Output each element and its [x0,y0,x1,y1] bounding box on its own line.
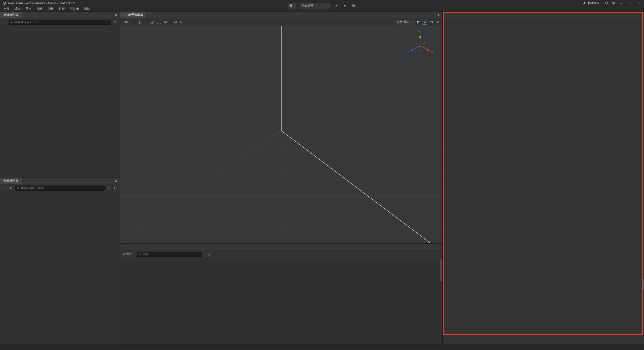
scene-icon [124,13,127,16]
chevron-down-icon: ▾ [327,5,328,7]
hierarchy-search-field[interactable] [14,20,109,24]
menu-item-4[interactable]: 面板 [45,6,56,11]
current-scene-label: 当前场景 [301,4,313,8]
console-search-input[interactable] [137,252,202,257]
transform-gizmo-icon[interactable] [163,20,168,25]
main-area: 层级管理器 ≡ ＋▾ 资源管理器 [0,12,644,344]
filter-icon[interactable] [113,20,118,25]
filter-icon[interactable] [106,186,111,191]
viewport-canvas: Y X Z [120,26,442,243]
clear-console-button[interactable]: 清空 [122,252,132,257]
assets-tree [0,192,120,344]
scale-tool-icon[interactable] [150,20,155,25]
menu-item-5[interactable]: 扩展 [56,6,67,11]
statusbar [0,344,644,350]
menu-item-1[interactable]: 编辑 [12,6,23,11]
play-button[interactable] [333,3,340,9]
hierarchy-tab-label: 层级管理器 [3,13,18,17]
refresh-icon[interactable] [113,186,118,191]
rect-tool-icon[interactable] [156,20,162,25]
tab-scene-editor[interactable]: 场景编辑器 [120,12,147,18]
clear-icon [122,253,125,256]
light-toggle-icon[interactable] [422,20,427,25]
hierarchy-tree [0,26,120,177]
preview-target-button[interactable]: ▾ [287,3,297,9]
export-log-icon[interactable] [207,252,212,257]
menu-item-3[interactable]: 项目 [34,6,45,11]
app-logo-icon [3,2,6,5]
chevron-down-icon: ▾ [411,21,412,23]
maximize-button[interactable]: □ [626,0,635,6]
grid-toggle-icon[interactable] [416,20,421,25]
sort-icon[interactable] [9,186,14,191]
playback-toolbar: ▾ 当前场景 ▾ [287,3,356,9]
clear-console-label: 清空 [126,252,132,256]
view-mode-label: 正常浏览 [397,20,409,24]
package-icon[interactable] [603,0,610,6]
chevron-down-icon: ▾ [6,21,7,23]
gizmo-x-label: X [431,50,433,54]
cocos-creator-window: main.scene - oops-game-kit - Cocos Creat… [0,0,644,350]
scene-settings-gear-icon[interactable] [435,20,440,25]
menu-item-6[interactable]: 开发者 [67,6,82,11]
close-button[interactable]: ✕ [635,0,644,6]
panel-menu-icon[interactable]: ≡ [112,12,120,18]
inspector-panel [443,12,644,344]
add-node-button[interactable]: ＋▾ [2,20,7,25]
camera-icon[interactable] [429,20,434,25]
panel-menu-icon[interactable]: ≡ [435,12,442,18]
console-log-list [120,258,442,344]
step-button[interactable] [342,3,348,9]
minimize-button[interactable]: ─ [617,0,626,6]
window-title: main.scene - oops-game-kit - Cocos Creat… [8,2,75,5]
center-column: 场景编辑器 ≡ 3D ▾ [120,12,443,344]
menu-item-7[interactable]: 帮助 [82,6,93,11]
console-toolbar: 清空 [120,250,442,258]
chevron-down-icon: ▾ [294,5,295,7]
build-publish-button[interactable]: 构建发布 [580,0,603,6]
console-panel: 清空 [120,244,442,344]
menu-item-0[interactable]: 文件 [1,6,12,11]
help-icon[interactable] [610,0,617,6]
scene-tab-label: 场景编辑器 [128,13,143,17]
console-tabbar [120,244,442,250]
tab-assets[interactable]: 资源管理器 [0,178,22,184]
console-search-field[interactable] [142,252,200,256]
assets-search-input[interactable] [15,186,105,191]
layout-grid-icon[interactable] [350,3,357,9]
titlebar: main.scene - oops-game-kit - Cocos Creat… [0,0,644,12]
inspector-tabbar [443,12,644,18]
console-scrollbar[interactable] [440,259,442,281]
menu-item-2[interactable]: 节点 [23,6,34,11]
pivot-toggle-icon[interactable] [173,20,178,25]
add-asset-button[interactable]: ＋▾ [2,186,7,191]
assets-search-field[interactable] [21,186,103,190]
framework-config-content [443,18,644,344]
panel-menu-icon[interactable]: ≡ [112,178,120,184]
gizmo-z-label: Z [407,50,409,54]
axis-gizmo: Y X Z [407,31,433,54]
build-publish-label: 构建发布 [588,1,600,5]
rotate-tool-icon[interactable] [143,20,148,25]
search-icon [138,253,141,255]
view-mode-select[interactable]: 正常浏览 ▾ [394,19,414,25]
chevron-down-icon: ▾ [6,187,7,189]
left-column: 层级管理器 ≡ ＋▾ 资源管理器 [0,12,120,344]
hierarchy-search-input[interactable] [9,20,111,25]
search-icon [17,187,20,189]
inspector-scrollbar-thumb[interactable] [642,279,643,290]
browser-preview-icon [289,4,293,8]
current-scene-select[interactable]: 当前场景 ▾ [299,3,331,9]
chevron-down-icon: ▾ [129,21,130,23]
assets-panel: 资源管理器 ≡ ＋▾ [0,178,120,344]
hammer-icon [583,2,586,5]
move-tool-icon[interactable] [137,20,142,25]
tab-hierarchy[interactable]: 层级管理器 [0,12,22,18]
scene-viewport[interactable]: Y X Z [120,26,442,243]
scene-toolbar: 3D ▾ 正常浏览 ▾ [120,18,442,26]
mode-3d-label: 3D [124,20,128,24]
mode-3d-button[interactable]: 3D ▾ [122,20,132,24]
space-toggle-icon[interactable] [179,20,184,25]
search-icon [10,21,13,23]
gizmo-y-label: Y [419,31,421,34]
